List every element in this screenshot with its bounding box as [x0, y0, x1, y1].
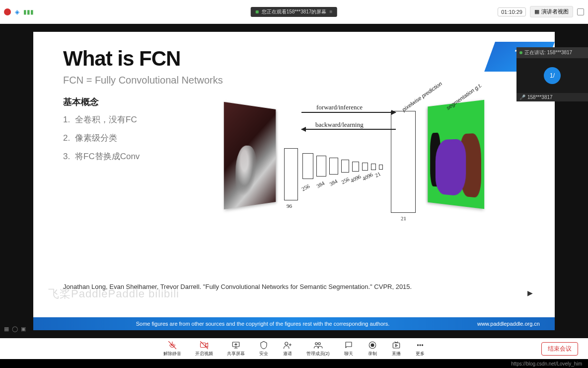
- forward-arrow-icon: [301, 112, 396, 113]
- conv-layer: [362, 163, 368, 171]
- grid-icon[interactable]: ▦: [4, 326, 9, 332]
- share-notice-text: 您正在观看158***3817的屏幕: [262, 8, 327, 15]
- speaking-label: 正在讲话: 158***3817: [524, 49, 572, 56]
- concept-heading: 基本概念: [63, 96, 212, 108]
- svg-point-9: [419, 344, 420, 345]
- topbar-left-icons: ◈ ▮▮▮: [4, 8, 34, 15]
- share-active-icon: [256, 10, 259, 13]
- dim-label: 384: [328, 178, 338, 187]
- svg-point-3: [315, 342, 318, 345]
- chat-icon: [344, 341, 354, 350]
- fcn-diagram: forward/inference backward/learning pixe…: [222, 96, 500, 215]
- svg-point-4: [318, 342, 321, 345]
- end-meeting-button[interactable]: 结束会议: [541, 342, 578, 356]
- list-item: 1.全卷积，没有FC: [63, 114, 212, 125]
- page-footer: https://blog.csdn.net/Lovely_him: [0, 359, 588, 368]
- invite-button[interactable]: 邀请: [283, 341, 293, 357]
- conv-layer: [371, 164, 376, 170]
- menu-icon[interactable]: ≡: [329, 9, 332, 14]
- more-icon: [415, 341, 425, 350]
- top-bar: ◈ ▮▮▮ 您正在观看158***3817的屏幕 ≡ 01:10:29 ▦ 演讲…: [0, 0, 588, 24]
- tool-label: 管理成员(2): [306, 351, 330, 357]
- conv-layer: [284, 148, 298, 200]
- record-button[interactable]: 录制: [368, 341, 377, 357]
- tool-label: 安全: [259, 351, 268, 357]
- grid-icon: ▦: [534, 8, 539, 15]
- share-button[interactable]: 共享屏幕: [227, 341, 245, 357]
- citation-text: Jonathan Long, Evan Shelhamer, Trevor Da…: [63, 283, 525, 290]
- svg-point-10: [422, 344, 423, 345]
- svg-rect-0: [200, 343, 206, 347]
- blog-url: https://blog.csdn.net/Lovely_him: [511, 361, 582, 367]
- security-icon: [259, 341, 269, 350]
- output-panel: [391, 111, 416, 213]
- list-item: 2.像素级分类: [63, 132, 212, 144]
- participant-header: 正在讲话: 158***3817: [516, 47, 588, 58]
- input-image: [224, 102, 276, 209]
- record-dot-icon: [4, 8, 11, 15]
- dim-label: 256: [340, 176, 350, 185]
- members-button[interactable]: 管理成员(2): [306, 341, 330, 357]
- conv-layer: [302, 153, 313, 179]
- participant-footer: 🎤 158***3817: [516, 93, 588, 101]
- circle-icon[interactable]: ◯: [12, 326, 18, 332]
- video-button[interactable]: 开启视频: [195, 341, 213, 357]
- conv-layer: [341, 160, 349, 173]
- tool-label: 聊天: [344, 351, 353, 357]
- conv-layer: [352, 162, 359, 172]
- fullscreen-button[interactable]: [577, 8, 584, 15]
- mute-button[interactable]: 解除静音: [163, 341, 181, 357]
- svg-point-2: [285, 342, 288, 345]
- slide-subtitle: FCN = Fully Convolutional Networks: [63, 75, 525, 86]
- tool-label: 共享屏幕: [227, 351, 245, 357]
- dim-label: 21: [401, 215, 406, 221]
- presentation-stage: 飞 What is FCN FCN = Fully Convolutional …: [0, 24, 588, 338]
- live-button[interactable]: 直播: [391, 341, 401, 357]
- footer-copyright: Some figures are from other sources and …: [48, 321, 477, 327]
- participant-video: 1/: [516, 58, 588, 93]
- record-icon: [368, 341, 377, 350]
- svg-point-6: [371, 344, 374, 347]
- dim-label: 4096: [349, 174, 362, 184]
- svg-rect-7: [393, 343, 400, 348]
- screen-share-notice: 您正在观看158***3817的屏幕 ≡: [251, 7, 337, 17]
- more-button[interactable]: 更多: [415, 341, 425, 357]
- stop-icon[interactable]: ▣: [21, 326, 26, 332]
- meeting-toolbar: 解除静音开启视频共享屏幕安全邀请管理成员(2)聊天录制直播更多 结束会议: [0, 338, 588, 359]
- stage-controls[interactable]: ▦ ◯ ▣: [4, 326, 26, 332]
- concept-list: 1.全卷积，没有FC 2.像素级分类 3.将FC替换成Conv: [63, 114, 212, 162]
- footer-link: www.paddlepaddle.org.cn: [477, 321, 540, 327]
- shield-icon: ◈: [15, 8, 19, 15]
- conv-layer: [316, 156, 326, 177]
- slide-title: What is FCN: [63, 47, 525, 71]
- conv-layer: [379, 165, 383, 170]
- dim-label: 96: [287, 203, 292, 209]
- list-item: 3.将FC替换成Conv: [63, 151, 212, 162]
- tool-label: 开启视频: [195, 351, 213, 357]
- tool-label: 直播: [392, 351, 401, 357]
- mute-icon: [167, 341, 177, 350]
- signal-icon: ▮▮▮: [23, 8, 34, 15]
- forward-label: forward/inference: [316, 103, 363, 111]
- invite-icon: [283, 341, 293, 350]
- segmentation-output: [428, 100, 484, 209]
- tool-label: 解除静音: [163, 351, 181, 357]
- dim-label: 4096: [361, 172, 373, 182]
- dim-label: 384: [315, 180, 325, 189]
- speaking-indicator-icon: [519, 51, 522, 54]
- backward-arrow-icon: [301, 129, 396, 130]
- backward-label: backward/learning: [315, 121, 364, 129]
- dim-label: 256: [300, 183, 310, 192]
- share-icon: [231, 341, 241, 350]
- participant-name: 158***3817: [527, 94, 553, 100]
- members-icon: [313, 341, 323, 350]
- meeting-timer: 01:10:29: [498, 7, 526, 16]
- avatar: 1/: [544, 67, 561, 84]
- participant-panel[interactable]: 正在讲话: 158***3817 1/ 🎤 158***3817: [516, 47, 588, 101]
- presenter-view-button[interactable]: ▦ 演讲者视图: [530, 6, 573, 17]
- svg-point-8: [417, 344, 418, 345]
- chat-button[interactable]: 聊天: [344, 341, 354, 357]
- slide-footer: Some figures are from other sources and …: [33, 317, 555, 330]
- security-button[interactable]: 安全: [259, 341, 269, 357]
- live-icon: [391, 341, 401, 350]
